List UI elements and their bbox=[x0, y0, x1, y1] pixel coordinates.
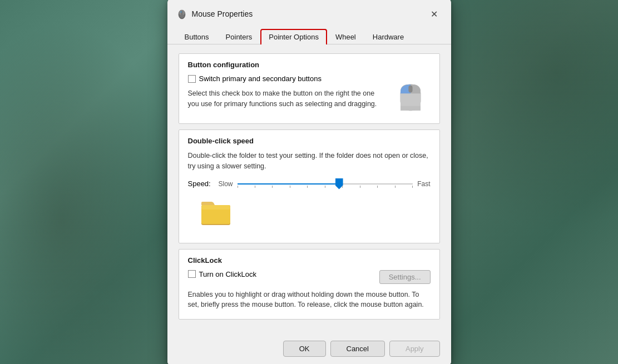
svg-point-4 bbox=[180, 14, 184, 18]
button-config-section: Button configuration Switch primary and … bbox=[179, 53, 440, 124]
svg-rect-3 bbox=[180, 11, 181, 13]
tick-8 bbox=[360, 186, 360, 188]
dialog-footer: OK Cancel Apply bbox=[167, 334, 451, 364]
switch-buttons-row: Switch primary and secondary buttons bbox=[188, 74, 384, 83]
ok-button[interactable]: OK bbox=[283, 341, 326, 357]
tick-3 bbox=[272, 186, 273, 188]
folder-area[interactable] bbox=[188, 190, 238, 234]
tab-wheel[interactable]: Wheel bbox=[327, 29, 364, 44]
slider-thumb[interactable] bbox=[335, 178, 343, 190]
double-click-content: Double-click the folder to test your set… bbox=[188, 151, 431, 234]
title-bar: Mouse Properties ✕ bbox=[167, 0, 451, 22]
folder-icon[interactable] bbox=[199, 195, 233, 228]
button-config-title: Button configuration bbox=[188, 61, 431, 69]
mouse-illustration bbox=[390, 74, 431, 114]
tick-5 bbox=[307, 186, 308, 188]
slow-label: Slow bbox=[219, 180, 233, 188]
tick-9 bbox=[377, 186, 378, 188]
switch-buttons-label: Switch primary and secondary buttons bbox=[199, 74, 322, 83]
svg-rect-13 bbox=[201, 205, 230, 210]
button-config-description: Select this check box to make the button… bbox=[188, 88, 384, 109]
speed-slider-track[interactable] bbox=[238, 178, 413, 190]
speed-slider-container: Slow bbox=[219, 178, 431, 190]
clicklock-checkbox[interactable] bbox=[188, 270, 196, 278]
apply-button[interactable]: Apply bbox=[389, 341, 440, 357]
tick-1 bbox=[238, 186, 238, 188]
slider-line bbox=[238, 183, 413, 185]
title-bar-left: Mouse Properties bbox=[176, 8, 253, 19]
fast-label: Fast bbox=[417, 180, 430, 188]
button-config-text: Switch primary and secondary buttons Sel… bbox=[188, 74, 384, 109]
tab-hardware[interactable]: Hardware bbox=[364, 29, 412, 44]
tab-pointer-options[interactable]: Pointer Options bbox=[260, 29, 327, 44]
clicklock-checkbox-label: Turn on ClickLock bbox=[199, 270, 257, 278]
tick-4 bbox=[290, 186, 290, 188]
switch-buttons-checkbox[interactable] bbox=[188, 75, 196, 83]
svg-rect-8 bbox=[408, 86, 412, 93]
tab-pointers[interactable]: Pointers bbox=[217, 29, 261, 44]
dialog-body: Button configuration Switch primary and … bbox=[167, 44, 451, 334]
double-click-section: Double-click speed Double-click the fold… bbox=[179, 129, 440, 243]
tab-bar: Buttons Pointers Pointer Options Wheel H… bbox=[167, 24, 451, 44]
speed-row: Speed: Slow bbox=[188, 178, 431, 190]
clicklock-description: Enables you to highlight or drag without… bbox=[188, 290, 431, 311]
slider-ticks bbox=[238, 186, 413, 188]
mouse-properties-dialog: Mouse Properties ✕ Buttons Pointers Poin… bbox=[167, 0, 451, 364]
settings-button[interactable]: Settings... bbox=[379, 270, 431, 284]
tick-7 bbox=[342, 186, 343, 188]
clicklock-checkbox-row: Turn on ClickLock bbox=[188, 270, 257, 278]
button-config-content: Switch primary and secondary buttons Sel… bbox=[188, 74, 431, 114]
tick-10 bbox=[395, 186, 395, 188]
double-click-description: Double-click the folder to test your set… bbox=[188, 151, 431, 172]
double-click-text: Double-click the folder to test your set… bbox=[188, 151, 431, 190]
tick-11 bbox=[412, 186, 413, 188]
dialog-title: Mouse Properties bbox=[192, 9, 253, 18]
clicklock-section: ClickLock Turn on ClickLock Settings... … bbox=[179, 249, 440, 320]
tick-6 bbox=[325, 186, 325, 188]
close-button[interactable]: ✕ bbox=[427, 6, 442, 22]
mouse-title-icon bbox=[176, 8, 187, 19]
tick-2 bbox=[255, 186, 255, 188]
speed-label: Speed: bbox=[188, 179, 213, 188]
slider-filled bbox=[238, 183, 339, 185]
tab-buttons[interactable]: Buttons bbox=[176, 29, 217, 44]
cancel-button[interactable]: Cancel bbox=[330, 341, 385, 357]
double-click-title: Double-click speed bbox=[188, 137, 431, 145]
clicklock-row: Turn on ClickLock Settings... bbox=[188, 270, 431, 284]
svg-rect-10 bbox=[401, 106, 421, 111]
clicklock-title: ClickLock bbox=[188, 256, 431, 265]
